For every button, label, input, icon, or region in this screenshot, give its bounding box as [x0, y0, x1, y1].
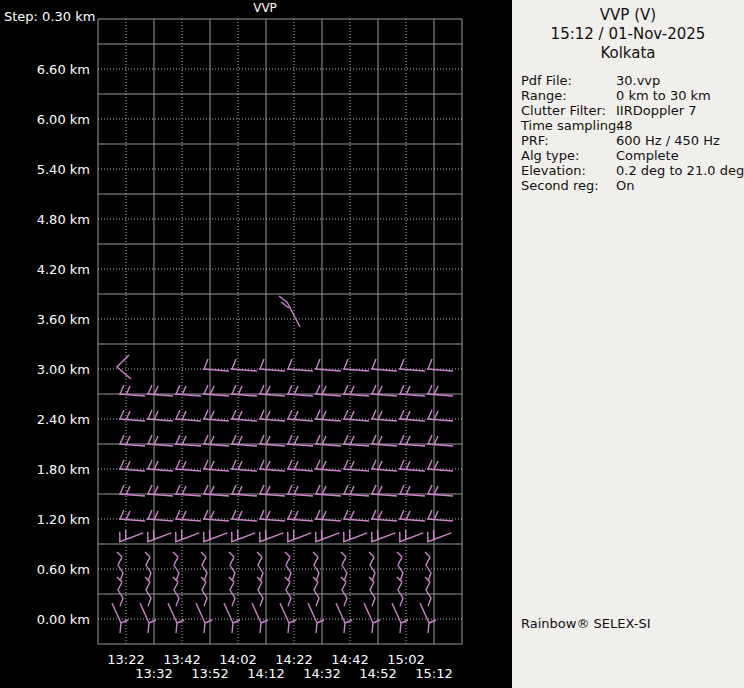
wind-barb-stroke: [369, 552, 374, 557]
wind-barb: [201, 552, 207, 581]
wind-barb-stroke: [316, 460, 320, 469]
wind-barb: [201, 577, 207, 606]
y-axis-tick-label: 6.00 km: [2, 112, 90, 127]
wind-barb: [287, 510, 313, 521]
wind-barb-stroke: [428, 510, 432, 519]
wind-barb-stroke: [120, 460, 124, 469]
wind-barb-stroke: [120, 410, 124, 419]
wind-barb: [147, 410, 173, 421]
wind-barb: [315, 359, 341, 371]
wind-barb-stroke: [232, 359, 236, 369]
wind-barb-stroke: [204, 510, 208, 519]
info-value: 0 km to 30 km: [616, 88, 744, 103]
info-value: 30.vvp: [616, 73, 744, 88]
wind-barb-stroke: [120, 435, 124, 444]
wind-barb-stroke: [315, 469, 341, 471]
wind-barb: [399, 460, 425, 471]
wind-barb-stroke: [372, 435, 376, 444]
wind-barb-stroke: [280, 603, 289, 633]
product-name: VVP (V): [512, 6, 744, 25]
x-axis-tick-label: 13:32: [135, 666, 172, 681]
wind-barb: [283, 523, 311, 544]
wind-barb-stroke: [176, 460, 180, 469]
wind-barb: [425, 552, 431, 581]
wind-barb: [341, 552, 347, 581]
wind-barb: [145, 552, 151, 581]
wind-barb-stroke: [177, 620, 184, 623]
wind-barb-stroke: [231, 469, 257, 471]
wind-barb-stroke: [341, 552, 346, 557]
wind-barb-stroke: [287, 369, 313, 371]
wind-barb-stroke: [196, 603, 205, 633]
y-axis-tick-label: 0.00 km: [2, 612, 90, 627]
wind-barb-stroke: [371, 419, 397, 421]
wind-barb: [313, 552, 319, 581]
wind-barb-stroke: [259, 531, 283, 544]
info-value: On: [616, 178, 744, 193]
wind-barb-stroke: [261, 620, 268, 623]
wind-barb-stroke: [344, 410, 348, 419]
wind-barb-stroke: [373, 620, 380, 623]
x-axis-tick-label: 14:42: [331, 652, 368, 667]
wind-barb: [119, 510, 145, 521]
info-panel: VVP (V) 15:12 / 01-Nov-2025 Kolkata Pdf …: [512, 0, 744, 688]
wind-barb-stroke: [119, 469, 145, 471]
info-row: Second reg:On: [521, 178, 744, 193]
wind-barb: [227, 523, 255, 544]
wind-barb: [173, 577, 179, 606]
wind-barb-stroke: [231, 519, 257, 521]
y-axis-tick-label: 4.20 km: [2, 262, 90, 277]
wind-barb: [399, 410, 425, 421]
wind-barb: [371, 510, 397, 521]
wind-barb: [231, 460, 257, 471]
wind-barb: [369, 577, 375, 606]
info-label: PRF:: [521, 133, 616, 148]
wind-barb-stroke: [288, 435, 292, 444]
y-axis-tick-label: 6.60 km: [2, 62, 90, 77]
wind-barb: [147, 510, 173, 521]
wind-barb-stroke: [147, 519, 173, 521]
wind-barb: [315, 510, 341, 521]
wind-barb-stroke: [120, 385, 124, 394]
wind-barb-stroke: [147, 419, 173, 421]
wind-barb: [119, 460, 145, 471]
wind-barb: [341, 577, 347, 606]
wind-barb-stroke: [257, 552, 262, 557]
wind-barb: [117, 355, 131, 379]
wind-barb-stroke: [372, 460, 376, 469]
wind-barb-stroke: [204, 385, 208, 394]
wind-barb-stroke: [288, 510, 292, 519]
wind-barb-stroke: [371, 369, 397, 371]
y-axis-tick-label: 4.80 km: [2, 212, 90, 227]
wind-barb-stroke: [117, 552, 122, 557]
wind-barb-stroke: [205, 620, 212, 623]
wind-barb: [229, 552, 235, 581]
info-label: Alg type:: [521, 148, 616, 163]
wind-barb-stroke: [372, 410, 376, 419]
wind-barb-stroke: [204, 435, 208, 444]
wind-barb-stroke: [120, 485, 124, 494]
wind-barb-stroke: [148, 385, 152, 394]
wind-barb-stroke: [313, 552, 318, 557]
wind-barb-stroke: [260, 410, 264, 419]
wind-barb-stroke: [372, 485, 376, 494]
site-name: Kolkata: [512, 44, 744, 63]
wind-barb-stroke: [400, 485, 404, 494]
y-axis-tick-label: 3.00 km: [2, 362, 90, 377]
wind-barb-stroke: [148, 485, 152, 494]
wind-barb-stroke: [176, 410, 180, 419]
wind-barb: [199, 523, 227, 544]
wind-barb-stroke: [288, 410, 292, 419]
wind-barb-stroke: [397, 552, 402, 557]
wind-barb-stroke: [288, 485, 292, 494]
wind-barb: [423, 523, 451, 544]
info-row: PRF:600 Hz / 450 Hz: [521, 133, 744, 148]
wind-barb-stroke: [342, 557, 347, 581]
info-row: Range:0 km to 30 km: [521, 88, 744, 103]
wind-barb: [257, 577, 263, 606]
info-label: Range:: [521, 88, 616, 103]
wind-barb: [371, 410, 397, 421]
wind-barb-stroke: [260, 385, 264, 394]
wind-barb-stroke: [371, 519, 397, 521]
wind-barb-stroke: [173, 552, 178, 557]
